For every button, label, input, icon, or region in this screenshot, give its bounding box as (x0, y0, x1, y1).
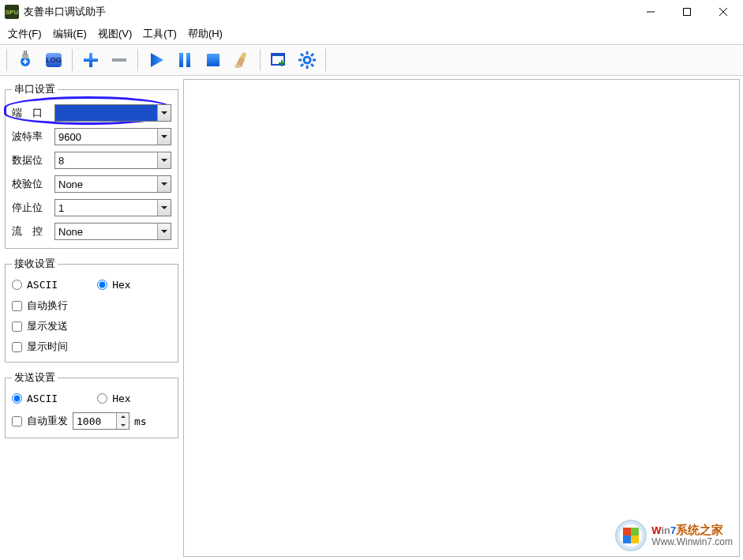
baud-select[interactable]: 9600 (54, 128, 171, 145)
svg-text:LOG: LOG (46, 56, 62, 64)
resend-unit-label: ms (134, 415, 147, 427)
log-button[interactable]: LOG (40, 47, 67, 73)
menu-view[interactable]: 视图(V) (93, 24, 137, 43)
svg-rect-10 (84, 58, 98, 62)
show-time-checkbox[interactable] (12, 342, 22, 352)
svg-rect-6 (26, 51, 28, 54)
connect-button[interactable] (12, 47, 39, 73)
show-time-label: 显示时间 (27, 340, 68, 354)
window-controls (632, 0, 741, 24)
toolbar: LOG (0, 44, 743, 76)
send-settings-group: 发送设置 ASCII Hex 自动重发 1000 ms (5, 370, 178, 438)
send-hex-radio[interactable] (97, 393, 107, 404)
svg-rect-12 (179, 53, 183, 67)
stop-button[interactable] (200, 47, 227, 73)
play-button[interactable] (143, 47, 170, 73)
svg-point-20 (304, 57, 310, 63)
main-area: 串口设置 端 口 波特率 9600 数据位 8 校验位 None 停止位 1 (0, 76, 743, 560)
auto-resend-checkbox[interactable] (12, 416, 22, 427)
send-ascii-radio[interactable] (12, 393, 22, 404)
recv-ascii-radio[interactable] (12, 280, 22, 290)
auto-wrap-label: 自动换行 (27, 299, 68, 313)
serial-settings-group: 串口设置 端 口 波特率 9600 数据位 8 校验位 None 停止位 1 (5, 82, 178, 249)
menu-help[interactable]: 帮助(H) (183, 24, 227, 43)
flow-select[interactable]: None (54, 223, 171, 240)
stopbits-select[interactable]: 1 (54, 199, 171, 216)
window-title: 友善串口调试助手 (24, 5, 106, 19)
svg-rect-19 (279, 62, 285, 64)
svg-rect-17 (272, 54, 284, 56)
parity-select[interactable]: None (54, 175, 171, 193)
remove-button[interactable] (106, 47, 133, 73)
watermark-brand: Win7系统之家 (651, 524, 733, 537)
output-area[interactable]: Win7系统之家 Www.Winwin7.com (183, 79, 740, 557)
auto-wrap-checkbox[interactable] (12, 301, 22, 311)
svg-line-27 (301, 64, 303, 66)
clear-button[interactable] (228, 47, 255, 73)
watermark: Win7系统之家 Www.Winwin7.com (615, 520, 733, 551)
add-button[interactable] (77, 47, 104, 73)
svg-rect-0 (684, 9, 691, 16)
port-select[interactable] (54, 104, 171, 122)
svg-rect-4 (22, 54, 28, 58)
svg-line-26 (311, 64, 313, 66)
auto-resend-label: 自动重发 (27, 414, 68, 428)
resend-interval-input[interactable]: 1000 (73, 412, 129, 430)
send-ascii-label: ASCII (27, 393, 58, 404)
settings-button[interactable] (294, 47, 321, 73)
databits-select[interactable]: 8 (54, 152, 171, 169)
title-bar: SPU 友善串口调试助手 (0, 0, 743, 24)
svg-rect-3 (23, 61, 28, 62)
new-window-button[interactable] (265, 47, 292, 73)
baud-label: 波特率 (12, 130, 50, 144)
svg-line-25 (301, 54, 303, 56)
svg-point-15 (235, 65, 241, 68)
parity-label: 校验位 (12, 177, 50, 191)
pause-button[interactable] (171, 47, 198, 73)
send-settings-legend: 发送设置 (12, 370, 58, 385)
recv-hex-label: Hex (112, 279, 130, 291)
minimize-button[interactable] (632, 0, 669, 24)
send-hex-label: Hex (112, 393, 130, 404)
menu-bar: 文件(F) 编辑(E) 视图(V) 工具(T) 帮助(H) (0, 24, 743, 44)
recv-settings-legend: 接收设置 (12, 257, 58, 271)
port-label: 端 口 (12, 106, 50, 120)
maximize-button[interactable] (669, 0, 705, 24)
svg-rect-11 (112, 58, 126, 62)
svg-rect-14 (207, 54, 220, 66)
stopbits-label: 停止位 (12, 201, 50, 215)
svg-rect-13 (186, 53, 190, 67)
svg-line-28 (311, 54, 313, 56)
show-send-label: 显示发送 (27, 319, 68, 333)
app-icon: SPU (5, 5, 19, 19)
menu-edit[interactable]: 编辑(E) (48, 24, 92, 43)
menu-file[interactable]: 文件(F) (3, 24, 47, 43)
flow-label: 流 控 (12, 224, 50, 239)
recv-ascii-label: ASCII (27, 279, 58, 291)
close-button[interactable] (705, 0, 741, 24)
menu-tools[interactable]: 工具(T) (138, 24, 182, 43)
recv-hex-radio[interactable] (97, 280, 107, 290)
sidebar: 串口设置 端 口 波特率 9600 数据位 8 校验位 None 停止位 1 (0, 76, 183, 560)
recv-settings-group: 接收设置 ASCII Hex 自动换行 显示发送 (5, 257, 178, 363)
watermark-url: Www.Winwin7.com (651, 537, 733, 547)
watermark-logo-icon (615, 520, 647, 551)
databits-label: 数据位 (12, 153, 50, 167)
serial-settings-legend: 串口设置 (12, 82, 58, 96)
svg-rect-5 (24, 51, 25, 54)
show-send-checkbox[interactable] (12, 321, 22, 332)
